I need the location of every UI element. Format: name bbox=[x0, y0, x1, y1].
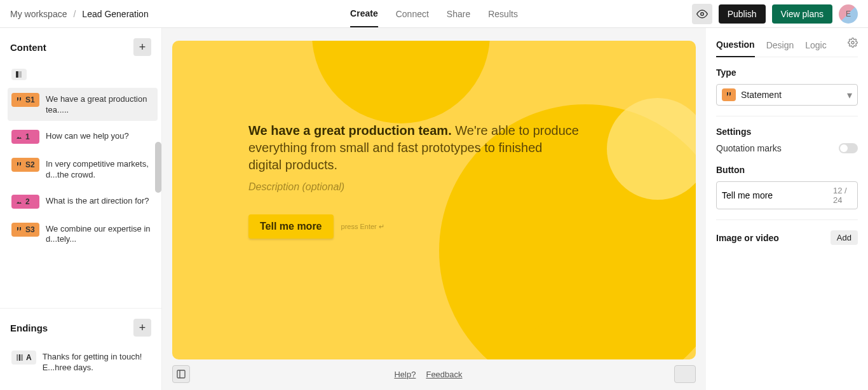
welcome-screen-item[interactable] bbox=[8, 65, 158, 84]
quotation-label: Quotation marks bbox=[716, 143, 782, 153]
image-icon bbox=[15, 198, 23, 205]
statement-text[interactable]: We have a great production team. We're a… bbox=[248, 122, 579, 174]
svg-rect-4 bbox=[19, 354, 20, 361]
content-list[interactable]: S1 We have a great production tea..... 1… bbox=[0, 62, 161, 308]
svg-rect-3 bbox=[17, 354, 18, 361]
type-badge bbox=[722, 88, 736, 101]
content-header: Content + bbox=[0, 28, 161, 62]
content-item-s1[interactable]: S1 We have a great production tea..... bbox=[8, 88, 158, 121]
enter-hint: press Enter ↵ bbox=[341, 223, 384, 231]
badge-label: 1 bbox=[25, 132, 30, 141]
settings-gear-button[interactable] bbox=[848, 38, 858, 55]
endings-list: A Thanks for getting in touch! E...hree … bbox=[0, 343, 161, 390]
add-ending-button[interactable]: + bbox=[133, 319, 151, 337]
view-plans-button[interactable]: View plans bbox=[772, 4, 832, 24]
badge-1: 1 bbox=[11, 130, 39, 144]
quote-icon bbox=[15, 161, 23, 169]
canvas-footer: Help? Feedback bbox=[172, 359, 696, 384]
collapse-left-button[interactable] bbox=[172, 365, 190, 383]
center-canvas-area: We have a great production team. We're a… bbox=[162, 28, 706, 390]
scrollbar-thumb[interactable] bbox=[155, 142, 161, 193]
left-sidebar: Content + S1 We have a great production … bbox=[0, 28, 162, 390]
welcome-badge bbox=[11, 69, 27, 80]
tab-design[interactable]: Design bbox=[766, 36, 794, 57]
svg-rect-5 bbox=[21, 354, 23, 361]
endings-title: Endings bbox=[10, 323, 48, 333]
ending-text: Thanks for getting in touch! E...hree da… bbox=[43, 351, 150, 373]
type-section: Type Statement ▾ bbox=[716, 57, 858, 116]
svg-rect-6 bbox=[177, 370, 185, 378]
statement-bold: We have a great production team. bbox=[248, 123, 452, 137]
button-section-label: Button bbox=[716, 165, 858, 175]
button-text-input[interactable] bbox=[722, 190, 833, 200]
image-video-row: Image or video Add bbox=[716, 220, 858, 245]
nav-create[interactable]: Create bbox=[350, 0, 378, 27]
endings-header: Endings + bbox=[0, 308, 161, 343]
item-text: In very competitive markets, d...the cro… bbox=[46, 158, 154, 181]
preview-button[interactable] bbox=[692, 4, 712, 24]
right-tabs: Question Design Logic bbox=[716, 36, 858, 57]
quote-icon bbox=[725, 91, 733, 99]
badge-label: S2 bbox=[25, 160, 35, 169]
publish-button[interactable]: Publish bbox=[719, 4, 766, 24]
content-item-s2[interactable]: S2 In very competitive markets, d...the … bbox=[8, 153, 158, 186]
button-char-count: 12 / 24 bbox=[833, 186, 852, 205]
quote-icon bbox=[15, 226, 23, 233]
badge-label: S1 bbox=[25, 95, 35, 104]
help-link[interactable]: Help? bbox=[394, 370, 416, 379]
collapse-right-button[interactable] bbox=[674, 365, 696, 383]
gear-icon bbox=[848, 38, 858, 48]
breadcrumb: My workspace / Lead Generation bbox=[10, 9, 149, 19]
item-text: We combine our expertise in d...tely... bbox=[46, 223, 154, 246]
badge-a: A bbox=[11, 351, 36, 365]
settings-label: Settings bbox=[716, 127, 858, 137]
layout-icon bbox=[15, 71, 23, 78]
button-text-input-wrap: 12 / 24 bbox=[716, 181, 858, 209]
quotation-row: Quotation marks bbox=[716, 143, 858, 153]
image-video-label: Image or video bbox=[716, 233, 779, 243]
settings-section: Settings Quotation marks Button 12 / 24 bbox=[716, 116, 858, 220]
statement-content: We have a great production team. We're a… bbox=[248, 122, 579, 239]
right-sidebar: Question Design Logic Type Statement ▾ S… bbox=[706, 28, 868, 390]
type-label: Type bbox=[716, 67, 858, 78]
item-text: How can we help you? bbox=[46, 130, 129, 142]
eye-icon bbox=[696, 8, 708, 20]
description-placeholder[interactable]: Description (optional) bbox=[248, 181, 579, 193]
top-nav: Create Connect Share Results bbox=[350, 0, 518, 27]
tab-question[interactable]: Question bbox=[716, 36, 755, 57]
svg-point-10 bbox=[851, 41, 854, 44]
svg-rect-2 bbox=[19, 71, 22, 78]
feedback-link[interactable]: Feedback bbox=[426, 370, 462, 379]
tab-logic[interactable]: Logic bbox=[805, 36, 826, 57]
main-grid: Content + S1 We have a great production … bbox=[0, 28, 868, 390]
quotation-toggle[interactable] bbox=[839, 143, 858, 153]
item-text: We have a great production tea..... bbox=[46, 93, 154, 116]
form-canvas[interactable]: We have a great production team. We're a… bbox=[172, 41, 696, 359]
badge-s1: S1 bbox=[11, 93, 39, 107]
badge-s2: S2 bbox=[11, 158, 39, 172]
image-icon bbox=[15, 133, 23, 141]
add-content-button[interactable]: + bbox=[133, 38, 151, 56]
badge-s3: S3 bbox=[11, 223, 39, 237]
type-value: Statement bbox=[741, 90, 842, 100]
content-item-s3[interactable]: S3 We combine our expertise in d...tely.… bbox=[8, 218, 158, 251]
badge-label: S3 bbox=[25, 225, 35, 234]
type-select[interactable]: Statement ▾ bbox=[716, 84, 858, 106]
nav-share[interactable]: Share bbox=[447, 0, 470, 27]
avatar[interactable]: E bbox=[839, 4, 858, 24]
nav-results[interactable]: Results bbox=[488, 0, 518, 27]
content-item-2[interactable]: 2 What is the art direction for? bbox=[8, 190, 158, 214]
chevron-down-icon: ▾ bbox=[847, 89, 852, 101]
tell-me-more-button[interactable]: Tell me more bbox=[248, 214, 334, 239]
content-item-1[interactable]: 1 How can we help you? bbox=[8, 125, 158, 149]
ending-item-a[interactable]: A Thanks for getting in touch! E...hree … bbox=[8, 345, 154, 379]
add-media-button[interactable]: Add bbox=[831, 230, 858, 245]
item-text: What is the art direction for? bbox=[46, 195, 149, 207]
content-title: Content bbox=[10, 42, 46, 53]
nav-connect[interactable]: Connect bbox=[396, 0, 429, 27]
quote-icon bbox=[15, 96, 23, 104]
badge-2: 2 bbox=[11, 195, 39, 209]
layout-icon bbox=[16, 354, 24, 361]
breadcrumb-project[interactable]: Lead Generation bbox=[82, 9, 148, 19]
breadcrumb-workspace[interactable]: My workspace bbox=[10, 9, 67, 19]
